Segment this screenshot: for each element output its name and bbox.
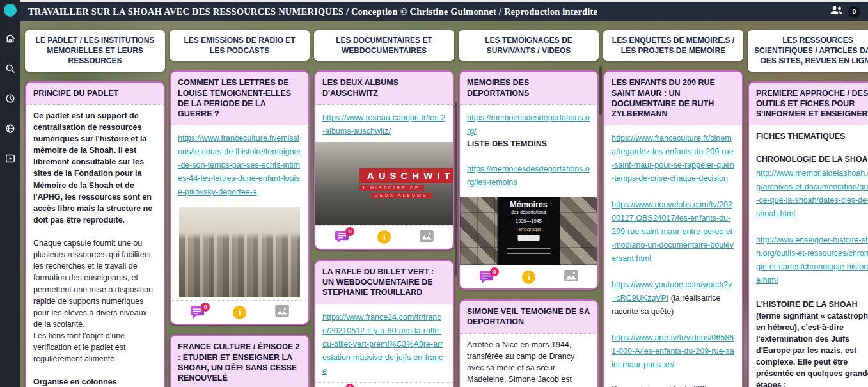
card-body: https://memoiresdesdeportations.org/ LIS… — [460, 105, 597, 197]
home-icon[interactable] — [5, 33, 15, 43]
class-photo-image[interactable] — [179, 207, 300, 297]
card-title: LES ENFANTS DU 209 RUE SAINT MAUR : UN D… — [604, 72, 742, 125]
image-caption: AUSCHWITZ — [359, 168, 454, 183]
column-scrollbar[interactable] — [455, 102, 457, 276]
column-header[interactable]: LES DOCUMENTAIRES ET WEBDOCUMENTAIRES — [314, 30, 454, 61]
comment-count-badge: 0 — [345, 384, 354, 387]
image-caption: 1939—1945 — [510, 217, 547, 225]
comment-icon[interactable]: 0 — [479, 271, 494, 284]
card-footer: 0 i — [171, 300, 308, 324]
image-caption: DEUX ALBUMS — [371, 193, 432, 198]
card-paragraph: L'HISTOIRE DE LA SHOAH (terme signifiant… — [756, 299, 868, 387]
column-header[interactable]: LES TEMOIGNAGES DE SURVIVANTS / VIDEOS — [459, 30, 599, 61]
card-link[interactable]: https://memoiresdesdeportations.org/ — [467, 113, 590, 136]
comment-count-badge: 0 — [201, 303, 210, 312]
image-caption: Mémoires — [510, 201, 547, 209]
card-link[interactable]: http://www.memorialdelashoah.org/archive… — [756, 169, 868, 218]
card-title: PRINCIPE DU PADLET — [26, 83, 164, 105]
card-principe-du-padlet[interactable]: PRINCIPE DU PADLET Ce padlet est un supp… — [25, 81, 165, 387]
column-enquetes-de-memoire: LES ENQUETES DE MEMOIRE.S / LES PROJETS … — [603, 30, 743, 387]
card-link[interactable]: https://www.nouvelobs.com/tv/20200127.OB… — [612, 200, 734, 263]
avatar[interactable] — [4, 4, 17, 17]
card-footer: 0 i — [315, 382, 453, 387]
browser-top-strip — [0, 0, 868, 2]
column-scrollbar[interactable] — [599, 66, 602, 115]
column-header[interactable]: LES RESSOURCES SCIENTIFIQUES / ARTICLES … — [748, 30, 868, 72]
image-caption: Témoignages — [516, 227, 541, 232]
card-memoires-des-deportations[interactable]: MEMOIRES DES DEPORTATIONS https://memoir… — [459, 70, 599, 290]
padlet-app: TRAVAILLER SUR LA SHOAH AVEC DES RESSOUR… — [0, 0, 868, 387]
card-link[interactable]: https://www.reseau-canope.fr/les-2-album… — [322, 113, 445, 136]
card-title: MEMOIRES DES DEPORTATIONS — [460, 72, 597, 105]
card-link[interactable]: https://www.franceculture.fr/cinema/rega… — [612, 134, 734, 183]
topbar-right: 0 — [829, 5, 860, 18]
card-paragraph: Ce padlet est un support de centralisati… — [33, 110, 157, 226]
image-caption: L'HISTOIRE DE — [359, 185, 424, 191]
card-heading: CHRONOLOGIE DE LA SHOAH — [756, 154, 868, 165]
card-title: LES DEUX ALBUMS D'AUSCHWITZ — [315, 72, 453, 105]
card-link[interactable]: https://www.france24.com/fr/france/20210… — [322, 313, 443, 375]
card-body: Ce padlet est un support de centralisati… — [26, 105, 164, 387]
info-icon[interactable]: i — [233, 306, 246, 319]
card-premiere-approche[interactable]: PREMIERE APPROCHE / DES OUTILS ET FICHES… — [748, 81, 868, 387]
card-paragraph: Organisé en colonnes thématiques général… — [33, 376, 157, 387]
image-caption: des déportations — [511, 210, 546, 214]
card-paragraph: Chaque capsule fournit une ou plusieurs … — [33, 237, 157, 330]
card-link[interactable]: https://memoiresdesdeportations.org/les-… — [467, 164, 590, 187]
recents-icon[interactable] — [5, 93, 15, 104]
column-header[interactable]: LE PADLET / LES INSTITUTIONS MEMORIELLES… — [25, 30, 165, 72]
search-icon[interactable] — [5, 63, 15, 74]
card-paragraph: Dans cet immeuble du 209, rue Saint-Maur… — [612, 383, 735, 387]
image-attachment-icon[interactable] — [564, 270, 578, 284]
columns-container: LE PADLET / LES INSTITUTIONS MEMORIELLES… — [20, 21, 868, 387]
board-title: TRAVAILLER SUR LA SHOAH AVEC DES RESSOUR… — [28, 6, 597, 17]
card-deux-albums-auschwitz[interactable]: LES DEUX ALBUMS D'AUSCHWITZ https://www.… — [314, 70, 454, 250]
card-title: COMMENT LES LETTRES DE LOUISE TEMOIGNENT… — [171, 72, 308, 125]
column-ressources-scientifiques: LES RESSOURCES SCIENTIFIQUES / ARTICLES … — [748, 30, 868, 387]
image-attachment-icon[interactable] — [275, 305, 289, 319]
collaborators-count-badge[interactable]: 0 — [848, 6, 860, 18]
comment-icon[interactable]: 0 — [190, 306, 205, 319]
info-icon[interactable]: i — [377, 230, 391, 244]
image-attachment-icon[interactable] — [420, 230, 434, 244]
card-title: SIMONE VEIL TEMOIGNE DE SA DEPORTATION — [460, 301, 597, 334]
card-simone-veil[interactable]: SIMONE VEIL TEMOIGNE DE SA DEPORTATION A… — [459, 299, 599, 387]
auschwitz-cover-text: AUSCHWITZ L'HISTOIRE DE DEUX ALBUMS — [359, 168, 453, 198]
slideshow-icon[interactable] — [5, 154, 15, 164]
column-header[interactable]: LES ENQUETES DE MEMOIRE.S / LES PROJETS … — [603, 30, 743, 61]
card-link[interactable]: http://www.enseigner-histoire-shoah.org/… — [756, 235, 868, 285]
memoires-collage-image[interactable]: Mémoires des déportations 1939—1945 Témo… — [460, 197, 597, 265]
sidebar — [0, 0, 20, 387]
column-temoignages-survivants: LES TEMOIGNAGES DE SURVIVANTS / VIDEOS M… — [459, 30, 599, 387]
board: LE PADLET / LES INSTITUTIONS MEMORIELLES… — [20, 21, 868, 387]
comment-icon[interactable]: 0 — [335, 230, 349, 244]
card-body: https://www.france24.com/fr/france/20210… — [315, 304, 453, 382]
auschwitz-cover-image[interactable]: AUSCHWITZ L'HISTOIRE DE DEUX ALBUMS — [315, 142, 453, 225]
topbar: TRAVAILLER SUR LA SHOAH AVEC DES RESSOUR… — [20, 2, 868, 21]
collaborators-icon[interactable] — [829, 5, 844, 18]
comment-count-badge: 0 — [490, 267, 499, 276]
card-body: FICHES THEMATIQUES CHRONOLOGIE DE LA SHO… — [749, 125, 868, 387]
memoires-panel: Mémoires des déportations 1939—1945 Témo… — [497, 197, 560, 265]
globe-icon[interactable] — [5, 123, 15, 134]
card-body: https://www.reseau-canope.fr/les-2-album… — [315, 105, 453, 142]
card-rafle-billet-vert[interactable]: LA RAFLE DU BILLET VERT : UN WEBDOCUMENT… — [314, 260, 454, 387]
card-body: https://www.franceculture.fr/emissions/l… — [171, 125, 308, 203]
card-lettres-de-louise[interactable]: COMMENT LES LETTRES DE LOUISE TEMOIGNENT… — [170, 70, 310, 325]
column-documentaires-webdocumentaires: LES DOCUMENTAIRES ET WEBDOCUMENTAIRES LE… — [314, 30, 454, 387]
card-france-culture-episode-2[interactable]: FRANCE CULTURE / ÉPISODE 2 : ETUDIER ET … — [170, 335, 310, 387]
card-footer: 0 i — [315, 225, 453, 249]
card-paragraph: Les liens font l'objet d'une vérificatio… — [33, 330, 157, 365]
card-label: LISTE DES TEMOINS — [467, 138, 590, 150]
card-title: FRANCE CULTURE / ÉPISODE 2 : ETUDIER ET … — [171, 336, 308, 387]
column-emissions-radio-podcasts: LES EMISSIONS DE RADIO ET LES PODCASTS C… — [170, 30, 310, 387]
card-title: PREMIERE APPROCHE / DES OUTILS ET FICHES… — [749, 83, 868, 126]
info-icon[interactable]: i — [522, 271, 535, 284]
card-link[interactable]: https://www.franceculture.fr/emissions/l… — [178, 134, 301, 196]
card-enfants-209-rue-saint-maur[interactable]: LES ENFANTS DU 209 RUE SAINT MAUR : UN D… — [603, 70, 743, 387]
card-body: https://www.franceculture.fr/cinema/rega… — [604, 125, 742, 387]
card-title: LA RAFLE DU BILLET VERT : UN WEBDOCUMENT… — [315, 261, 453, 304]
card-heading: FICHES THEMATIQUES — [756, 130, 868, 142]
card-link[interactable]: https://www.arte.tv/fr/videos/065861-000… — [612, 333, 734, 369]
column-header[interactable]: LES EMISSIONS DE RADIO ET LES PODCASTS — [170, 30, 310, 61]
